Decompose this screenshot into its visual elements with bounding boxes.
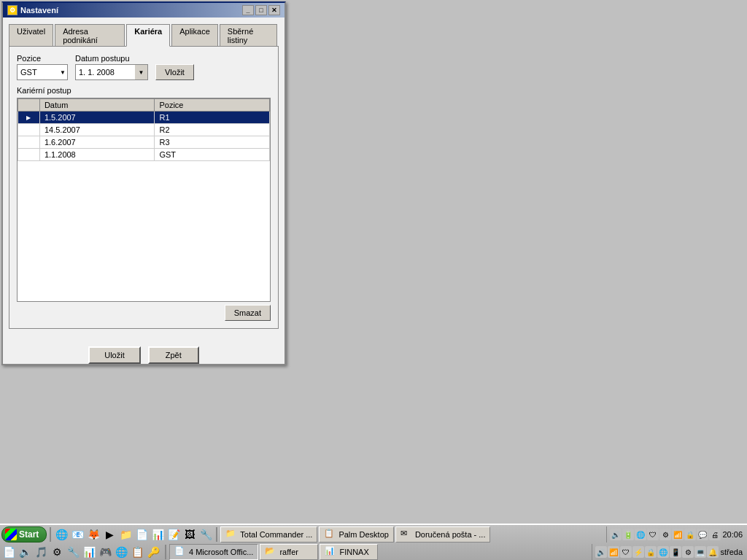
dialog-titlebar: ⚙ Nastavení _ □ ✕ xyxy=(3,3,285,18)
dialog-window: ⚙ Nastavení _ □ ✕ Uživatel Adresa podnik… xyxy=(1,1,286,365)
clock-day: středa xyxy=(720,548,743,556)
taskbar-separator-bottom xyxy=(165,545,166,559)
row-datum: 1.5.2007 xyxy=(39,112,155,124)
quicklaunch-icon-9[interactable]: 🖼 xyxy=(182,527,197,542)
systray-bottom-icon-3[interactable]: 🛡 xyxy=(620,546,632,558)
systray-icon-2[interactable]: 🔋 xyxy=(622,529,634,540)
table-row[interactable]: 14.5.2007R2 xyxy=(18,124,270,136)
table-row[interactable]: 1.6.2007R3 xyxy=(18,136,270,149)
select-wrapper-pozice: GST R1 R2 R3 xyxy=(17,64,68,80)
label-datum: Datum postupu xyxy=(75,54,148,63)
systray-bottom-icon-6[interactable]: 🌐 xyxy=(657,546,669,558)
tab-sberne-listiny[interactable]: Sběrné listiny xyxy=(220,24,277,47)
systray-bottom-icon-8[interactable]: ⚙ xyxy=(682,546,694,558)
minimize-button[interactable]: _ xyxy=(242,5,254,15)
row-pozice: R3 xyxy=(155,136,270,149)
systray-bottom-icon-10[interactable]: 🔔 xyxy=(707,546,719,558)
quicklaunch-icon-1[interactable]: 🌐 xyxy=(54,527,69,542)
tab-bar: Uživatel Adresa podnikání Kariéra Aplika… xyxy=(9,23,279,46)
task-finnax[interactable]: 📊 FINNAX xyxy=(320,544,378,560)
task-microsoft-office[interactable]: 📄 4 Microsoft Offic... xyxy=(169,544,258,560)
systray-icon-5[interactable]: ⚙ xyxy=(659,529,671,540)
table-row[interactable]: ▶1.5.2007R1 xyxy=(18,112,270,124)
dialog-title-text: ⚙ Nastavení xyxy=(7,5,58,15)
task-label-microsoft-office: 4 Microsoft Offic... xyxy=(189,548,253,556)
task-icon-total-commander: 📁 xyxy=(225,529,237,540)
titlebar-buttons: _ □ ✕ xyxy=(242,5,280,15)
taskbar-bottom-icon-6[interactable]: 📊 xyxy=(82,545,96,559)
zpet-button[interactable]: Zpět xyxy=(148,346,199,364)
row-datum: 1.6.2007 xyxy=(39,136,155,149)
row-indicator xyxy=(18,136,40,149)
taskbar-bottom-icon-5[interactable]: 🔧 xyxy=(66,545,80,559)
systray-bottom-icon-5[interactable]: 🔒 xyxy=(645,546,657,558)
taskbar: Start 🌐 📧 🦊 ▶ 📁 📄 📊 📝 🖼 🔧 📁 Total Comman… xyxy=(0,524,747,560)
taskbar-bottom-icon-1[interactable]: 📄 xyxy=(1,545,16,559)
start-button[interactable]: Start xyxy=(1,526,47,542)
quicklaunch-icon-3[interactable]: 🦊 xyxy=(86,527,101,542)
taskbar-top-row: Start 🌐 📧 🦊 ▶ 📁 📄 📊 📝 🖼 🔧 📁 Total Comman… xyxy=(0,525,747,544)
taskbar-bottom-row: 📄 🔈 🎵 ⚙ 🔧 📊 🎮 🌐 📋 🔑 📄 4 Microsoft Offic.… xyxy=(0,544,747,560)
quicklaunch-icon-6[interactable]: 📄 xyxy=(134,527,149,542)
task-dorucena-posta[interactable]: ✉ Doručená pošta - ... xyxy=(395,526,491,542)
col-header-indicator xyxy=(18,99,40,112)
systray-icon-9[interactable]: 🖨 xyxy=(709,529,721,540)
systray-icon-3[interactable]: 🌐 xyxy=(635,529,646,540)
col-header-datum: Datum xyxy=(39,99,155,112)
systray-bottom: 🔊 📶 🛡 ⚡ 🔒 🌐 📱 ⚙ 💻 🔔 středa xyxy=(592,544,746,560)
systray-icon-4[interactable]: 🛡 xyxy=(647,529,659,540)
select-pozice[interactable]: GST R1 R2 R3 xyxy=(17,64,68,80)
task-icon-palm-desktop: 📋 xyxy=(324,529,336,540)
quicklaunch-icon-8[interactable]: 📝 xyxy=(166,527,181,542)
quicklaunch-icon-10[interactable]: 🔧 xyxy=(198,527,213,542)
karrierni-postup-table-container: Datum Pozice ▶1.5.2007R114.5.2007R21.6.2… xyxy=(17,98,271,302)
taskbar-bottom-icon-2[interactable]: 🔈 xyxy=(18,545,32,559)
task-icon-microsoft-office: 📄 xyxy=(174,546,186,558)
karrierni-postup-table: Datum Pozice ▶1.5.2007R114.5.2007R21.6.2… xyxy=(18,98,270,161)
smazat-button[interactable]: Smazat xyxy=(225,305,271,321)
taskbar-bottom-icon-4[interactable]: ⚙ xyxy=(50,545,64,559)
taskbar-bottom-icon-8[interactable]: 🌐 xyxy=(114,545,128,559)
systray-bottom-icon-7[interactable]: 📱 xyxy=(670,546,681,558)
row-indicator xyxy=(18,149,40,161)
tab-adresa-podnikani[interactable]: Adresa podnikání xyxy=(55,24,125,47)
table-row[interactable]: 1.1.2008GST xyxy=(18,149,270,161)
bottom-buttons: Uložit Zpět xyxy=(3,346,285,364)
task-palm-desktop[interactable]: 📋 Palm Desktop xyxy=(319,526,393,542)
task-label-palm-desktop: Palm Desktop xyxy=(338,530,388,539)
system-clock[interactable]: 20:06 xyxy=(722,530,743,539)
quicklaunch-icon-2[interactable]: 📧 xyxy=(70,527,85,542)
ulozit-button[interactable]: Uložit xyxy=(88,346,141,364)
systray-bottom-icon-4[interactable]: ⚡ xyxy=(632,546,644,558)
quicklaunch-icon-7[interactable]: 📊 xyxy=(150,527,165,542)
restore-button[interactable]: □ xyxy=(255,5,267,15)
systray-icon-1[interactable]: 🔊 xyxy=(610,529,622,540)
systray-bottom-icon-2[interactable]: 📶 xyxy=(608,546,619,558)
row-indicator: ▶ xyxy=(18,112,40,124)
systray-icon-7[interactable]: 🔒 xyxy=(684,529,696,540)
task-label-dorucena-posta: Doručená pošta - ... xyxy=(415,530,486,539)
taskbar-bottom-icon-9[interactable]: 📋 xyxy=(130,545,144,559)
close-button[interactable]: ✕ xyxy=(268,5,280,15)
quicklaunch-icon-4[interactable]: ▶ xyxy=(102,527,117,542)
vlozit-button[interactable]: Vložit xyxy=(155,64,194,80)
task-total-commander[interactable]: 📁 Total Commander ... xyxy=(220,526,317,542)
systray-bottom-icon-9[interactable]: 💻 xyxy=(694,546,706,558)
col-header-pozice: Pozice xyxy=(155,99,270,112)
systray-icon-6[interactable]: 📶 xyxy=(672,529,684,540)
taskbar-bottom-icon-7[interactable]: 🎮 xyxy=(98,545,112,559)
row-indicator xyxy=(18,124,40,136)
taskbar-bottom-icon-3[interactable]: 🎵 xyxy=(34,545,48,559)
taskbar-bottom-icon-10[interactable]: 🔑 xyxy=(146,545,160,559)
task-raffer[interactable]: 📂 raffer xyxy=(260,544,318,560)
row-pozice: R1 xyxy=(155,112,270,124)
tab-kariera[interactable]: Kariéra xyxy=(126,24,170,47)
quicklaunch-icon-5[interactable]: 📁 xyxy=(118,527,133,542)
systray-bottom-icon-1[interactable]: 🔊 xyxy=(595,546,607,558)
tab-content-kariera: Pozice GST R1 R2 R3 Datum postupu xyxy=(9,46,279,329)
systray-icon-8[interactable]: 💬 xyxy=(697,529,708,540)
tab-uzivatel[interactable]: Uživatel xyxy=(9,24,53,47)
system-clock-bottom[interactable]: středa xyxy=(720,548,743,556)
tab-aplikace[interactable]: Aplikace xyxy=(171,24,218,47)
date-dropdown-btn[interactable]: ▼ xyxy=(135,64,148,80)
